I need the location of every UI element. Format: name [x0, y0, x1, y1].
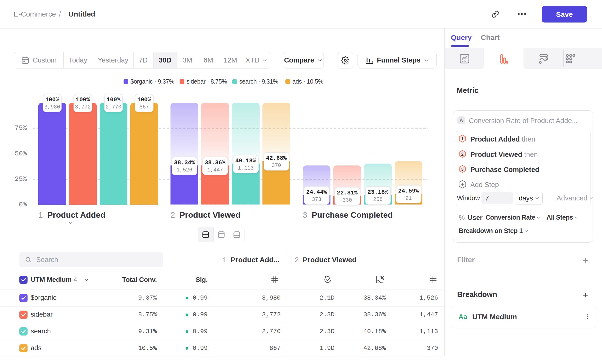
svg-text:1: 1: [461, 137, 463, 141]
svg-text:2: 2: [461, 152, 463, 157]
svg-text:3: 3: [461, 167, 463, 172]
